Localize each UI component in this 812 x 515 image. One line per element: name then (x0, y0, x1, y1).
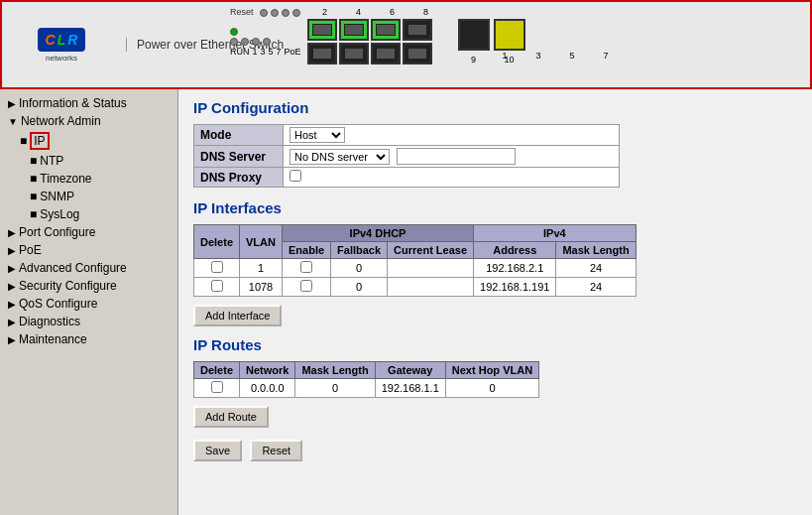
port-3-lower (339, 43, 369, 64)
table-row: 1 0 192.168.2.1 24 (194, 259, 637, 278)
sidebar: ▶ Information & Status ▼ Network Admin ■… (0, 89, 178, 515)
bullet-tz: ■ (30, 172, 37, 186)
ports-area: Reset 2 4 6 8 (230, 7, 800, 64)
run-n7: 7 (277, 47, 282, 57)
dns-server-select[interactable]: No DNS server From any VLAN (290, 149, 390, 165)
port-label-5: 5 (555, 51, 589, 61)
route1-delete-checkbox[interactable] (211, 381, 223, 393)
route1-nexthop: 0 (445, 379, 538, 398)
dns-proxy-row: DNS Proxy (194, 168, 620, 188)
col-ipv4-group: IPv4 (474, 225, 637, 242)
add-route-button[interactable]: Add Route (193, 406, 269, 428)
row1-fallback: 0 (331, 259, 388, 278)
sidebar-item-timezone[interactable]: ■ Timezone (0, 170, 177, 188)
logo-l: L (58, 32, 66, 48)
port-label-6: 6 (376, 7, 409, 17)
sidebar-item-advanced-configure[interactable]: ▶ Advanced Configure (0, 259, 177, 277)
mode-row: Mode Host Router (194, 125, 620, 146)
row2-address: 192.168.1.191 (474, 278, 556, 297)
sidebar-label-port: Port Configure (19, 225, 95, 239)
sidebar-item-diagnostics[interactable]: ▶ Diagnostics (0, 313, 177, 330)
logo-r: R (67, 32, 77, 48)
route1-delete[interactable] (194, 379, 240, 398)
row2-dhcp-enable[interactable] (282, 278, 330, 297)
dns-server-input[interactable] (397, 148, 516, 165)
run-n5: 5 (269, 47, 274, 57)
sidebar-item-maintenance[interactable]: ▶ Maintenance (0, 330, 177, 348)
arrow-port: ▶ (8, 227, 16, 238)
indicator-2-4 (260, 9, 268, 17)
route1-network: 0.0.0.0 (240, 379, 295, 398)
sidebar-item-information-status[interactable]: ▶ Information & Status (0, 94, 177, 112)
row1-delete[interactable] (194, 259, 240, 278)
sidebar-item-ntp[interactable]: ■ NTP (0, 152, 177, 170)
port-7-lower (403, 43, 432, 64)
mode-label: Mode (194, 125, 284, 146)
row2-delete-checkbox[interactable] (211, 280, 223, 292)
port-9 (458, 19, 490, 51)
port-6-upper (371, 19, 401, 41)
sidebar-item-port-configure[interactable]: ▶ Port Configure (0, 223, 177, 241)
port-labels-bottom: 1 3 5 7 (488, 51, 623, 61)
row1-dhcp-enable-checkbox[interactable] (300, 261, 312, 273)
dns-server-cell[interactable]: No DNS server From any VLAN (284, 146, 620, 168)
sidebar-item-snmp[interactable]: ■ SNMP (0, 188, 177, 205)
add-interface-button[interactable]: Add Interface (193, 305, 282, 326)
sidebar-label-adv: Advanced Configure (19, 261, 127, 275)
dns-proxy-checkbox[interactable] (290, 170, 301, 182)
port-label-4: 4 (342, 7, 376, 17)
row1-dhcp-enable[interactable] (282, 259, 330, 278)
sidebar-label-network: Network Admin (21, 114, 101, 128)
sidebar-item-ip[interactable]: ■ IP (0, 130, 177, 152)
row1-lease (388, 259, 474, 278)
content-area: IP Configuration Mode Host Router DNS Se… (178, 89, 812, 515)
port-label-8: 8 (409, 7, 443, 17)
mode-select[interactable]: Host Router (290, 127, 345, 143)
logo-c: C (46, 32, 56, 48)
arrow-maint: ▶ (8, 334, 16, 345)
bullet-snmp: ■ (30, 190, 37, 203)
row2-vlan: 1078 (240, 278, 283, 297)
run-indicator-1 (230, 38, 238, 46)
arrow-diag: ▶ (8, 317, 16, 327)
mode-value-cell[interactable]: Host Router (284, 125, 620, 146)
row2-dhcp-enable-checkbox[interactable] (300, 280, 312, 292)
save-button[interactable]: Save (193, 440, 242, 461)
sidebar-item-network-admin[interactable]: ▼ Network Admin (0, 112, 177, 130)
port-9-label: 9 (458, 55, 490, 64)
reset-button[interactable]: Reset (250, 440, 302, 461)
sidebar-item-syslog[interactable]: ■ SysLog (0, 205, 177, 223)
sidebar-item-qos-configure[interactable]: ▶ QoS Configure (0, 295, 177, 313)
run-n1: 1 (253, 47, 258, 57)
row2-mask: 24 (556, 278, 636, 297)
row1-mask: 24 (556, 259, 636, 278)
ip-interfaces-title: IP Interfaces (193, 199, 797, 216)
routes-col-nexthop: Next Hop VLAN (445, 362, 538, 379)
col-vlan: VLAN (240, 225, 283, 259)
dns-server-row: DNS Server No DNS server From any VLAN (194, 146, 620, 168)
logo-subtitle: networks (46, 54, 77, 63)
sidebar-label-syslog: SysLog (40, 207, 79, 221)
port-3-4 (339, 19, 369, 64)
routes-col-network: Network (240, 362, 295, 379)
col-ipv4-mask: Mask Length (556, 242, 636, 259)
sidebar-label-ip: IP (30, 132, 49, 150)
row1-delete-checkbox[interactable] (211, 261, 223, 273)
sidebar-label-sec: Security Configure (19, 279, 117, 293)
arrow-network: ▼ (8, 116, 18, 127)
bullet-ntp: ■ (30, 154, 37, 168)
routes-col-mask: Mask Length (295, 362, 375, 379)
port-1-2 (307, 19, 337, 64)
sidebar-item-poe[interactable]: ▶ PoE (0, 241, 177, 259)
sidebar-label-maint: Maintenance (19, 332, 87, 346)
sidebar-item-security-configure[interactable]: ▶ Security Configure (0, 277, 177, 295)
logo-area: C L R networks (12, 28, 111, 63)
port-2-upper (307, 19, 337, 41)
dns-proxy-cell[interactable] (284, 168, 620, 188)
row2-delete[interactable] (194, 278, 240, 297)
row1-vlan: 1 (240, 259, 283, 278)
arrow-info: ▶ (8, 98, 16, 109)
port-pairs (307, 19, 432, 64)
port-7-8 (403, 19, 432, 64)
port-label-3: 3 (522, 51, 555, 61)
